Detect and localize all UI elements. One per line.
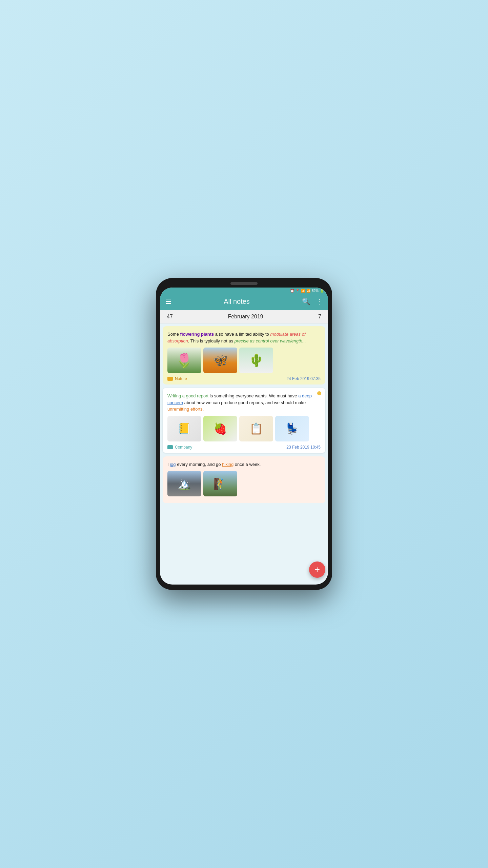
note-text-1: Some flowering plants also have a limite… bbox=[167, 331, 321, 344]
note-link-jog[interactable]: jog bbox=[170, 462, 176, 467]
note-images-2 bbox=[167, 416, 321, 441]
folder-icon-teal bbox=[167, 445, 173, 449]
add-icon: + bbox=[314, 564, 320, 575]
phone-screen: ⏰ 📍 📶 📶 82% 🔋 ☰ All notes 🔍 ⋮ 47 Februar… bbox=[160, 288, 328, 585]
image-tulip bbox=[167, 348, 201, 373]
image-cactus bbox=[239, 348, 273, 373]
status-icons: ⏰ 📍 📶 📶 82% 🔋 bbox=[290, 289, 324, 293]
date-num: 7 bbox=[318, 314, 321, 320]
note-card-nature[interactable]: Some flowering plants also have a limite… bbox=[163, 326, 325, 384]
note-link-hiking[interactable]: hiking bbox=[222, 462, 233, 467]
alarm-icon: ⏰ bbox=[290, 289, 294, 293]
notes-list: Some flowering plants also have a limite… bbox=[160, 323, 328, 585]
phone-device: ⏰ 📍 📶 📶 82% 🔋 ☰ All notes 🔍 ⋮ 47 Februar… bbox=[156, 278, 332, 590]
note-highlight-green: precise as control over wavelength... bbox=[235, 338, 306, 343]
status-bar: ⏰ 📍 📶 📶 82% 🔋 bbox=[160, 288, 328, 294]
note-link-report[interactable]: Writing a good report bbox=[167, 393, 208, 398]
folder-name-1: Nature bbox=[175, 376, 187, 381]
note-card-exercise[interactable]: I jog every morning, and go hiking once … bbox=[163, 456, 325, 504]
app-header: ☰ All notes 🔍 ⋮ bbox=[160, 294, 328, 310]
note-highlight-purple: flowering plants bbox=[180, 332, 214, 337]
unread-dot bbox=[317, 391, 321, 395]
location-icon: 📍 bbox=[296, 289, 300, 293]
signal-icon: 📶 bbox=[306, 289, 310, 293]
battery-text: 82% bbox=[312, 289, 319, 293]
note-card-company[interactable]: Writing a good report is something every… bbox=[163, 388, 325, 453]
add-note-button[interactable]: + bbox=[309, 561, 325, 578]
card-footer-1: Nature 24 Feb 2019 07:35 bbox=[167, 376, 321, 381]
note-link-efforts[interactable]: unremitting efforts. bbox=[167, 407, 204, 412]
date-bar: 47 February 2019 7 bbox=[160, 310, 328, 323]
note-text-3: I jog every morning, and go hiking once … bbox=[167, 461, 321, 468]
search-icon[interactable]: 🔍 bbox=[302, 297, 310, 305]
phone-notch bbox=[230, 282, 258, 285]
battery-icon: 🔋 bbox=[320, 289, 324, 293]
wifi-icon: 📶 bbox=[301, 289, 305, 293]
folder-label-1[interactable]: Nature bbox=[167, 376, 187, 381]
notes-count: 47 bbox=[167, 314, 173, 320]
timestamp-1: 24 Feb 2019 07:35 bbox=[286, 376, 321, 381]
image-mountain bbox=[167, 471, 201, 496]
folder-name-2: Company bbox=[175, 445, 192, 450]
folder-icon-yellow bbox=[167, 377, 173, 381]
image-hiker bbox=[203, 471, 237, 496]
header-actions: 🔍 ⋮ bbox=[302, 297, 323, 305]
image-desk bbox=[275, 416, 309, 441]
image-checklist bbox=[239, 416, 273, 441]
more-icon[interactable]: ⋮ bbox=[316, 297, 323, 305]
date-month: February 2019 bbox=[228, 314, 263, 320]
header-title: All notes bbox=[224, 298, 250, 305]
image-berries bbox=[203, 416, 237, 441]
image-notebook bbox=[167, 416, 201, 441]
note-images-3 bbox=[167, 471, 321, 496]
menu-icon[interactable]: ☰ bbox=[165, 297, 171, 305]
note-text-2: Writing a good report is something every… bbox=[167, 393, 321, 413]
note-images-1 bbox=[167, 348, 321, 373]
timestamp-2: 23 Feb 2019 10:45 bbox=[286, 445, 321, 450]
image-butterfly bbox=[203, 348, 237, 373]
folder-label-2[interactable]: Company bbox=[167, 445, 192, 450]
card-footer-2: Company 23 Feb 2019 10:45 bbox=[167, 445, 321, 450]
